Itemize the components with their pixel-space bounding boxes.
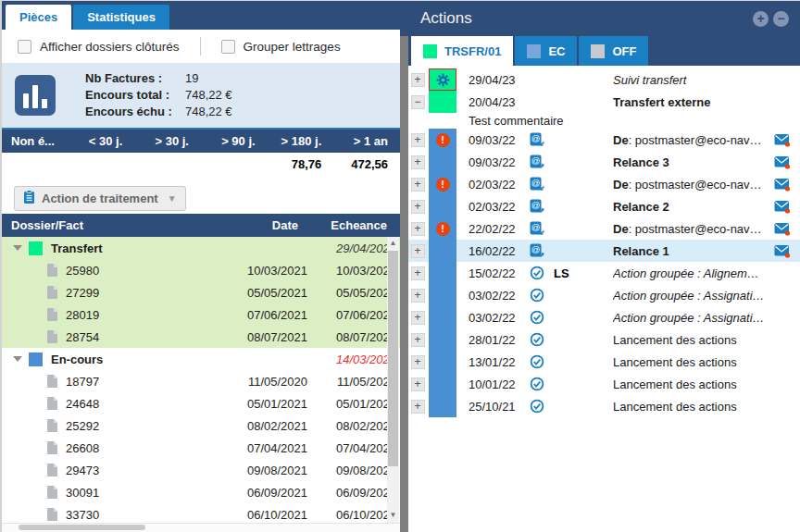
invoice-date: 10/03/2021 xyxy=(211,264,307,278)
invoice-row[interactable]: 24648 05/01/2021 05/01/2021 xyxy=(2,392,400,414)
action-tab-off[interactable]: OFF xyxy=(579,36,648,66)
action-de-traitement-button[interactable]: Action de traitement ▼ xyxy=(14,186,186,211)
action-row[interactable]: + 16/02/22 @ Relance 1 xyxy=(408,240,800,262)
dossier-group-row[interactable]: Transfert 29/04/2023 xyxy=(2,237,400,259)
expand-toggle[interactable]: + xyxy=(411,155,425,169)
tab-color-swatch xyxy=(591,44,605,58)
action-type-bar xyxy=(429,351,456,373)
invoice-row[interactable]: 25980 10/03/2021 10/03/2021 xyxy=(2,259,400,281)
expand-toggle[interactable]: + xyxy=(411,200,425,214)
check-circle-icon xyxy=(530,354,544,369)
invoice-row[interactable]: 18797 11/05/2020 11/05/2020 xyxy=(2,370,400,392)
action-row[interactable]: + ! 22/02/22 @ De: postmaster@eco-nav… xyxy=(408,217,800,240)
scrollbar-thumb[interactable] xyxy=(388,251,398,466)
invoice-date: 07/04/2021 xyxy=(211,441,307,455)
expand-toggle[interactable]: + xyxy=(411,311,425,325)
mail-envelope-icon[interactable] xyxy=(774,155,800,169)
collapse-triangle-icon[interactable] xyxy=(13,245,22,251)
dossier-group-row[interactable]: En-cours 14/03/2022 xyxy=(2,348,400,370)
checkbox[interactable] xyxy=(221,40,235,54)
invoice-row[interactable]: 27299 05/05/2021 05/05/2021 xyxy=(2,281,400,303)
invoice-row[interactable]: 29473 09/08/2021 09/08/2021 xyxy=(2,459,400,481)
action-type-bar xyxy=(429,151,456,173)
action-date: 28/01/22 xyxy=(469,333,530,347)
expand-toggle[interactable]: + xyxy=(411,266,425,280)
action-row[interactable]: + 25/10/21 Lancement des actions xyxy=(408,395,800,417)
column-header-echeance[interactable]: Echeance xyxy=(298,218,400,232)
action-row[interactable]: + 03/02/22 Action groupée : Assignati… xyxy=(408,284,800,306)
aging-bucket[interactable]: > 90 j. xyxy=(201,130,268,153)
horizontal-scrollbar[interactable] xyxy=(2,523,400,532)
mail-envelope-icon[interactable] xyxy=(774,178,800,192)
aging-bucket[interactable]: Non é... xyxy=(2,130,69,153)
scroll-down-icon[interactable]: ▼ xyxy=(387,510,399,521)
action-tab-trsfr-01[interactable]: TRSFR/01 xyxy=(411,36,513,66)
column-header-dossier[interactable]: Dossier/Fact xyxy=(2,218,202,232)
aging-bucket[interactable]: < 30 j. xyxy=(69,130,135,153)
expand-toggle[interactable]: + xyxy=(411,133,425,147)
expand-toggle[interactable]: + xyxy=(411,400,425,414)
aging-bucket[interactable]: > 180 j. xyxy=(268,130,334,153)
svg-text:@: @ xyxy=(531,133,541,143)
expand-toggle[interactable]: + xyxy=(411,289,425,303)
aging-bucket[interactable]: > 30 j. xyxy=(134,130,201,153)
action-tab-ec[interactable]: EC xyxy=(515,36,577,66)
filter-checkbox-group[interactable]: Grouper lettrages xyxy=(221,40,341,54)
expand-toggle[interactable]: + xyxy=(411,333,425,347)
plus-circle-icon[interactable]: + xyxy=(753,11,769,27)
aging-bucket[interactable]: > 1 an xyxy=(333,130,400,153)
invoice-echeance: 09/08/2021 xyxy=(307,464,400,477)
tab-pièces[interactable]: Pièces xyxy=(6,5,71,30)
action-row[interactable]: + 10/01/22 Lancement des actions xyxy=(408,373,800,395)
checkbox[interactable] xyxy=(18,40,31,54)
invoice-row[interactable]: 33730 06/10/2021 06/10/2021 xyxy=(2,503,400,523)
svg-text:@: @ xyxy=(531,178,541,188)
action-row[interactable]: + 29/04/23 Suivi transfert xyxy=(408,68,800,91)
mail-envelope-icon[interactable] xyxy=(774,200,800,214)
expand-toggle[interactable]: + xyxy=(411,73,425,87)
action-row[interactable]: + ! 09/03/22 @ De: postmaster@eco-nav… xyxy=(408,129,800,151)
check-circle-icon xyxy=(530,266,544,280)
expand-toggle[interactable]: + xyxy=(411,222,425,236)
action-row[interactable]: + 02/03/22 @ Relance 2 xyxy=(408,195,800,217)
panel-splitter-handle[interactable] xyxy=(400,36,408,532)
collapse-triangle-icon[interactable] xyxy=(13,356,22,362)
action-row[interactable]: + 09/03/22 @ Relance 3 xyxy=(408,151,800,173)
mail-envelope-icon[interactable] xyxy=(774,133,800,147)
envelope-icon xyxy=(774,200,791,214)
vertical-scrollbar[interactable]: ▲ ▼ xyxy=(387,237,399,523)
mail-envelope-icon[interactable] xyxy=(774,244,800,258)
action-row[interactable]: + 28/01/22 Lancement des actions xyxy=(408,328,800,351)
action-row[interactable]: + 15/02/22 LS Action groupée : Alignem… xyxy=(408,262,800,284)
expand-toggle[interactable]: + xyxy=(411,377,425,391)
expand-toggle[interactable]: + xyxy=(411,178,425,192)
tab-statistiques[interactable]: Statistiques xyxy=(73,5,169,30)
minus-circle-icon[interactable]: − xyxy=(773,11,789,27)
invoice-echeance: 08/07/2021 xyxy=(307,330,400,344)
action-kind-icon xyxy=(530,354,554,369)
invoice-row[interactable]: 28754 08/07/2021 08/07/2021 xyxy=(2,326,400,348)
aging-bucket-value: 472,56 xyxy=(333,153,400,180)
aging-bucket-value xyxy=(201,153,268,180)
invoice-row[interactable]: 25292 08/02/2021 08/02/2021 xyxy=(2,414,400,437)
invoice-row[interactable]: 26608 07/04/2021 07/04/2021 xyxy=(2,437,400,459)
column-header-date[interactable]: Date xyxy=(202,218,298,232)
invoice-echeance: 07/04/2021 xyxy=(307,441,400,455)
action-row[interactable]: − 20/04/23 Transfert externe xyxy=(408,91,800,113)
scroll-up-icon[interactable]: ▲ xyxy=(387,238,399,249)
action-row[interactable]: + 03/02/22 Action groupée : Assignati… xyxy=(408,306,800,328)
action-row[interactable]: + ! 02/03/22 @ De: postmaster@eco-nav… xyxy=(408,173,800,195)
action-kind-icon xyxy=(530,332,554,347)
action-row[interactable]: + 13/01/22 Lancement des actions xyxy=(408,351,800,373)
hscrollbar-thumb[interactable] xyxy=(19,525,145,530)
expand-toggle[interactable]: + xyxy=(411,244,425,258)
invoice-row[interactable]: 28019 07/06/2021 07/06/2021 xyxy=(2,303,400,326)
dossier-name: En-cours xyxy=(51,353,103,366)
invoice-number: 24648 xyxy=(66,397,99,411)
mail-envelope-icon[interactable] xyxy=(774,222,800,236)
action-title: Action groupée : Assignati… xyxy=(613,311,774,325)
invoice-row[interactable]: 30091 06/09/2021 06/09/2021 xyxy=(2,481,400,503)
expand-toggle[interactable]: − xyxy=(411,95,425,109)
expand-toggle[interactable]: + xyxy=(411,355,425,369)
filter-checkbox-group[interactable]: Afficher dossiers clôturés xyxy=(18,40,180,54)
